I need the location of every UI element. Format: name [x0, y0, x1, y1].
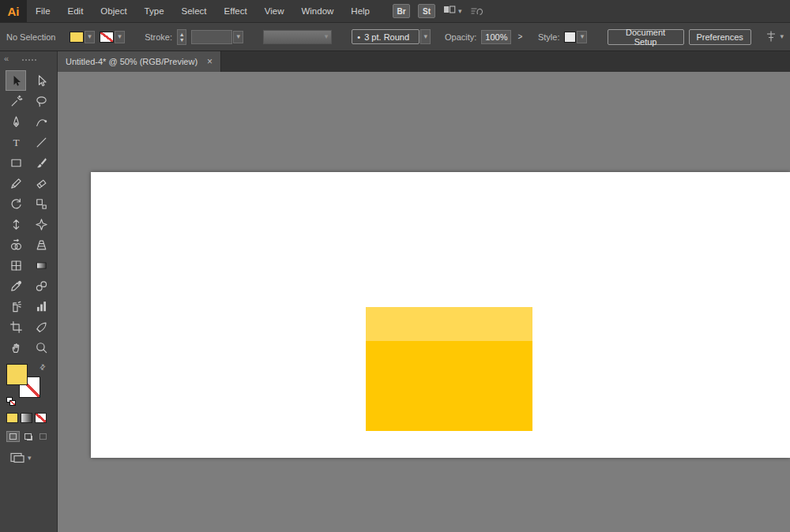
align-icon: [765, 30, 777, 44]
bridge-button[interactable]: Br: [393, 4, 410, 18]
opacity-options-arrow[interactable]: >: [516, 32, 524, 41]
chevron-down-icon: ▾: [28, 455, 32, 462]
blend-tool[interactable]: [31, 275, 51, 296]
type-tool[interactable]: T: [6, 132, 26, 152]
opacity-label: Opacity:: [445, 32, 476, 42]
drawing-mode-buttons: [6, 431, 50, 442]
magic-wand-tool[interactable]: [6, 91, 26, 111]
menu-view[interactable]: View: [256, 0, 293, 22]
selection-status: No Selection: [6, 32, 55, 42]
artboard-tool[interactable]: [6, 317, 26, 337]
fill-color-control[interactable]: ▾: [70, 31, 95, 43]
stroke-weight-label: Stroke:: [145, 32, 172, 42]
chevron-down-icon[interactable]: ▾: [85, 31, 95, 43]
menu-edit[interactable]: Edit: [59, 0, 92, 22]
stock-button[interactable]: St: [418, 4, 435, 18]
shaper-tool[interactable]: [6, 173, 26, 193]
menu-type[interactable]: Type: [136, 0, 173, 22]
tab-close-icon[interactable]: ×: [207, 56, 213, 67]
tools-panel-header[interactable]: «: [0, 51, 57, 70]
artwork-rectangle[interactable]: [366, 307, 532, 431]
arrange-documents-icon: [443, 4, 456, 18]
illustrator-window: Ai FileEditObjectTypeSelectEffectViewWin…: [0, 0, 790, 532]
canvas[interactable]: [58, 72, 790, 532]
chevron-down-icon[interactable]: ▾: [577, 31, 587, 43]
align-options-control[interactable]: ▾: [765, 30, 784, 44]
artwork-rectangle-bottom-band[interactable]: [366, 341, 532, 431]
touch-gesture-icon[interactable]: [470, 5, 484, 17]
color-button[interactable]: [6, 413, 18, 423]
draw-inside-button[interactable]: [36, 431, 50, 442]
draw-normal-button[interactable]: [6, 431, 20, 442]
scale-tool[interactable]: [31, 193, 51, 214]
width-tool[interactable]: [6, 214, 26, 234]
hand-tool[interactable]: [6, 337, 26, 358]
brush-definition-value: 3 pt. Round: [364, 32, 409, 42]
selection-tool[interactable]: [6, 70, 26, 91]
chevron-down-icon: ▾: [458, 8, 462, 15]
mesh-tool[interactable]: [6, 255, 26, 275]
shape-builder-tool[interactable]: [6, 234, 26, 255]
symbol-sprayer-tool[interactable]: [6, 296, 26, 317]
eyedropper-tool[interactable]: [6, 275, 26, 296]
rotate-tool[interactable]: [6, 193, 26, 214]
stroke-none-swatch[interactable]: [100, 32, 114, 43]
style-dropdown[interactable]: ▾: [564, 31, 587, 43]
rectangle-tool[interactable]: [6, 152, 26, 173]
eraser-tool[interactable]: [31, 173, 51, 193]
gradient-button[interactable]: [21, 413, 32, 423]
opacity-field[interactable]: 100%: [481, 30, 511, 44]
collapse-panel-icon[interactable]: «: [4, 54, 9, 63]
document-setup-button[interactable]: Document Setup: [608, 29, 684, 45]
paintbrush-tool[interactable]: [31, 152, 51, 173]
chevron-down-icon[interactable]: ▾: [115, 31, 125, 43]
lasso-tool[interactable]: [31, 91, 51, 111]
fill-indicator[interactable]: [6, 364, 28, 385]
preferences-button[interactable]: Preferences: [689, 29, 751, 45]
brush-definition-field[interactable]: • 3 pt. Round: [352, 29, 419, 44]
chevron-down-icon[interactable]: ▾: [233, 31, 243, 43]
brush-definition-control[interactable]: • 3 pt. Round ▾: [352, 29, 431, 44]
default-fill-stroke-icon[interactable]: [6, 397, 17, 406]
brush-preview-dot-icon: •: [357, 32, 360, 42]
stroke-weight-dropdown[interactable]: ▾: [191, 30, 243, 44]
panel-grip-icon[interactable]: [22, 59, 36, 61]
swap-fill-stroke-icon[interactable]: ⇄: [38, 362, 47, 372]
none-button[interactable]: [35, 413, 47, 423]
stroke-color-control[interactable]: ▾: [100, 31, 125, 43]
menu-window[interactable]: Window: [292, 0, 342, 22]
menu-help[interactable]: Help: [342, 0, 378, 22]
chevron-down-icon[interactable]: ▾: [420, 29, 431, 44]
perspective-grid-tool[interactable]: [31, 234, 51, 255]
chevron-down-icon: ▾: [325, 33, 329, 40]
gradient-tool[interactable]: [31, 255, 51, 275]
draw-behind-button[interactable]: [21, 431, 35, 442]
app-logo: Ai: [0, 0, 27, 22]
line-segment-tool[interactable]: [31, 132, 51, 152]
style-swatch: [564, 32, 576, 43]
direct-selection-tool[interactable]: [31, 70, 51, 91]
variable-width-profile-dropdown[interactable]: ▾: [263, 30, 332, 44]
fill-stroke-indicator: ⇄: [6, 364, 44, 405]
pen-tool[interactable]: [6, 111, 26, 132]
document-tab-title: Untitled-4* @ 50% (RGB/Preview): [66, 57, 198, 66]
stroke-weight-stepper[interactable]: ▲▼: [177, 29, 186, 45]
menu-select[interactable]: Select: [173, 0, 216, 22]
fill-color-swatch[interactable]: [70, 32, 84, 43]
menu-effect[interactable]: Effect: [216, 0, 256, 22]
free-transform-tool[interactable]: [31, 214, 51, 234]
document-tab-bar: Untitled-4* @ 50% (RGB/Preview) ×: [58, 51, 790, 72]
zoom-tool[interactable]: [31, 337, 51, 358]
slice-tool[interactable]: [31, 317, 51, 337]
screen-mode-button[interactable]: ▾: [9, 451, 32, 464]
menu-object[interactable]: Object: [92, 0, 135, 22]
artwork-rectangle-top-band[interactable]: [366, 307, 532, 341]
document-tab[interactable]: Untitled-4* @ 50% (RGB/Preview) ×: [58, 51, 221, 72]
curvature-tool[interactable]: [31, 111, 51, 132]
menu-items: FileEditObjectTypeSelectEffectViewWindow…: [27, 0, 378, 22]
column-graph-tool[interactable]: [31, 296, 51, 317]
arrange-documents-control[interactable]: ▾: [443, 4, 462, 18]
artboard[interactable]: [91, 172, 790, 458]
menu-file[interactable]: File: [27, 0, 59, 22]
style-label: Style:: [538, 32, 560, 42]
